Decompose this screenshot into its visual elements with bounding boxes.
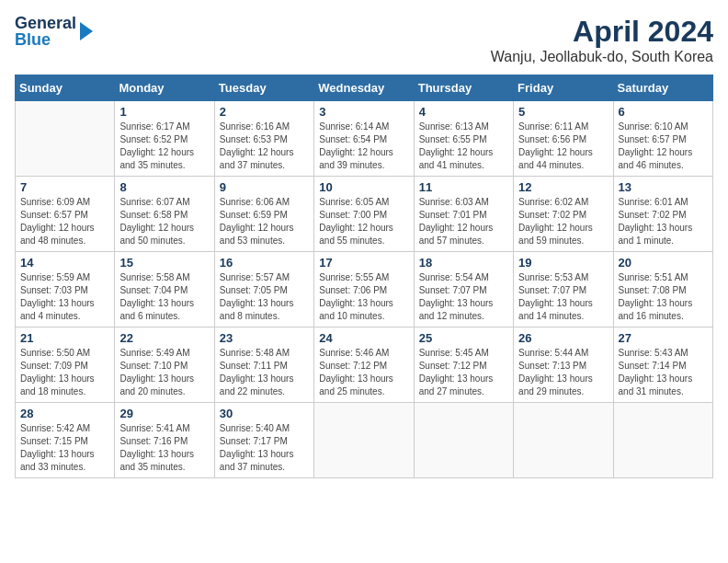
calendar-cell [16,101,115,177]
day-number: 11 [419,180,508,194]
day-number: 24 [319,331,408,345]
title-area: April 2024 Wanju, Jeollabuk-do, South Ko… [491,15,713,65]
calendar-cell: 28Sunrise: 5:42 AM Sunset: 7:15 PM Dayli… [16,403,115,478]
calendar-cell: 10Sunrise: 6:05 AM Sunset: 7:00 PM Dayli… [314,177,414,252]
day-number: 7 [20,180,109,194]
calendar-cell: 15Sunrise: 5:58 AM Sunset: 7:04 PM Dayli… [115,252,214,327]
day-number: 26 [518,331,608,345]
day-info: Sunrise: 6:11 AM Sunset: 6:56 PM Dayligh… [518,121,608,172]
day-number: 9 [220,180,309,194]
page-header: General Blue April 2024 Wanju, Jeollabuk… [15,15,713,65]
day-info: Sunrise: 6:10 AM Sunset: 6:57 PM Dayligh… [619,121,708,172]
day-number: 30 [220,407,309,420]
day-info: Sunrise: 6:07 AM Sunset: 6:58 PM Dayligh… [119,196,209,247]
day-info: Sunrise: 5:51 AM Sunset: 7:08 PM Dayligh… [619,271,708,323]
calendar-cell [314,403,414,478]
day-of-week-header: Tuesday [214,75,313,101]
day-number: 3 [319,105,408,119]
day-number: 12 [518,180,608,194]
day-number: 20 [619,256,708,270]
calendar-cell: 3Sunrise: 6:14 AM Sunset: 6:54 PM Daylig… [314,101,414,177]
day-number: 5 [518,105,608,119]
calendar-table: SundayMondayTuesdayWednesdayThursdayFrid… [15,75,713,478]
calendar-cell [414,403,513,478]
logo: General Blue [15,15,93,48]
calendar-cell: 18Sunrise: 5:54 AM Sunset: 7:07 PM Dayli… [414,252,513,327]
subtitle: Wanju, Jeollabuk-do, South Korea [491,49,713,65]
calendar-week-row: 21Sunrise: 5:50 AM Sunset: 7:09 PM Dayli… [16,327,713,403]
day-info: Sunrise: 6:17 AM Sunset: 6:52 PM Dayligh… [119,121,209,172]
day-info: Sunrise: 5:54 AM Sunset: 7:07 PM Dayligh… [419,271,508,323]
day-of-week-header: Sunday [16,75,115,101]
day-of-week-header: Monday [115,75,214,101]
calendar-cell: 23Sunrise: 5:48 AM Sunset: 7:11 PM Dayli… [214,327,313,403]
calendar-cell: 24Sunrise: 5:46 AM Sunset: 7:12 PM Dayli… [314,327,414,403]
day-info: Sunrise: 5:46 AM Sunset: 7:12 PM Dayligh… [319,347,408,398]
logo-blue: Blue [15,31,76,48]
day-number: 28 [20,407,109,420]
calendar-cell: 8Sunrise: 6:07 AM Sunset: 6:58 PM Daylig… [115,177,214,252]
day-number: 15 [119,256,209,270]
calendar-cell: 30Sunrise: 5:40 AM Sunset: 7:17 PM Dayli… [214,403,313,478]
calendar-week-row: 28Sunrise: 5:42 AM Sunset: 7:15 PM Dayli… [16,403,713,478]
day-info: Sunrise: 5:48 AM Sunset: 7:11 PM Dayligh… [220,347,309,398]
day-of-week-header: Wednesday [314,75,414,101]
day-number: 2 [220,105,309,119]
day-number: 8 [119,180,209,194]
day-number: 14 [20,256,109,270]
day-number: 6 [619,105,708,119]
day-number: 25 [419,331,508,345]
logo-arrow-icon [80,22,93,40]
day-info: Sunrise: 5:42 AM Sunset: 7:15 PM Dayligh… [20,422,109,474]
calendar-cell: 9Sunrise: 6:06 AM Sunset: 6:59 PM Daylig… [214,177,313,252]
day-info: Sunrise: 6:03 AM Sunset: 7:01 PM Dayligh… [419,196,508,247]
calendar-cell: 5Sunrise: 6:11 AM Sunset: 6:56 PM Daylig… [514,101,613,177]
calendar-cell: 16Sunrise: 5:57 AM Sunset: 7:05 PM Dayli… [214,252,313,327]
calendar-cell [514,403,613,478]
day-info: Sunrise: 6:02 AM Sunset: 7:02 PM Dayligh… [518,196,608,247]
calendar-cell: 27Sunrise: 5:43 AM Sunset: 7:14 PM Dayli… [613,327,712,403]
day-info: Sunrise: 6:14 AM Sunset: 6:54 PM Dayligh… [319,121,408,172]
day-info: Sunrise: 6:06 AM Sunset: 6:59 PM Dayligh… [220,196,309,247]
day-number: 16 [220,256,309,270]
day-info: Sunrise: 6:13 AM Sunset: 6:55 PM Dayligh… [419,121,508,172]
day-number: 13 [619,180,708,194]
day-of-week-header: Friday [514,75,613,101]
calendar-cell: 12Sunrise: 6:02 AM Sunset: 7:02 PM Dayli… [514,177,613,252]
day-info: Sunrise: 6:01 AM Sunset: 7:02 PM Dayligh… [619,196,708,247]
calendar-cell: 20Sunrise: 5:51 AM Sunset: 7:08 PM Dayli… [613,252,712,327]
day-of-week-header: Saturday [613,75,712,101]
day-info: Sunrise: 5:41 AM Sunset: 7:16 PM Dayligh… [119,422,209,474]
day-info: Sunrise: 5:50 AM Sunset: 7:09 PM Dayligh… [20,347,109,398]
calendar-week-row: 14Sunrise: 5:59 AM Sunset: 7:03 PM Dayli… [16,252,713,327]
calendar-cell: 13Sunrise: 6:01 AM Sunset: 7:02 PM Dayli… [613,177,712,252]
day-info: Sunrise: 5:49 AM Sunset: 7:10 PM Dayligh… [119,347,209,398]
calendar-cell: 14Sunrise: 5:59 AM Sunset: 7:03 PM Dayli… [16,252,115,327]
day-info: Sunrise: 5:40 AM Sunset: 7:17 PM Dayligh… [220,422,309,474]
main-title: April 2024 [491,15,713,49]
day-number: 29 [119,407,209,420]
calendar-cell: 26Sunrise: 5:44 AM Sunset: 7:13 PM Dayli… [514,327,613,403]
day-info: Sunrise: 5:58 AM Sunset: 7:04 PM Dayligh… [119,271,209,323]
calendar-cell: 29Sunrise: 5:41 AM Sunset: 7:16 PM Dayli… [115,403,214,478]
day-number: 10 [319,180,408,194]
calendar-cell: 7Sunrise: 6:09 AM Sunset: 6:57 PM Daylig… [16,177,115,252]
calendar-cell: 11Sunrise: 6:03 AM Sunset: 7:01 PM Dayli… [414,177,513,252]
day-info: Sunrise: 5:55 AM Sunset: 7:06 PM Dayligh… [319,271,408,323]
day-info: Sunrise: 5:45 AM Sunset: 7:12 PM Dayligh… [419,347,508,398]
calendar-cell [613,403,712,478]
day-info: Sunrise: 6:05 AM Sunset: 7:00 PM Dayligh… [319,196,408,247]
day-number: 1 [119,105,209,119]
calendar-cell: 22Sunrise: 5:49 AM Sunset: 7:10 PM Dayli… [115,327,214,403]
day-number: 22 [119,331,209,345]
day-info: Sunrise: 5:59 AM Sunset: 7:03 PM Dayligh… [20,271,109,323]
day-number: 23 [220,331,309,345]
calendar-week-row: 7Sunrise: 6:09 AM Sunset: 6:57 PM Daylig… [16,177,713,252]
calendar-cell: 1Sunrise: 6:17 AM Sunset: 6:52 PM Daylig… [115,101,214,177]
logo-general: General [15,15,76,31]
day-number: 17 [319,256,408,270]
calendar-cell: 17Sunrise: 5:55 AM Sunset: 7:06 PM Dayli… [314,252,414,327]
day-number: 27 [619,331,708,345]
calendar-cell: 6Sunrise: 6:10 AM Sunset: 6:57 PM Daylig… [613,101,712,177]
calendar-week-row: 1Sunrise: 6:17 AM Sunset: 6:52 PM Daylig… [16,101,713,177]
